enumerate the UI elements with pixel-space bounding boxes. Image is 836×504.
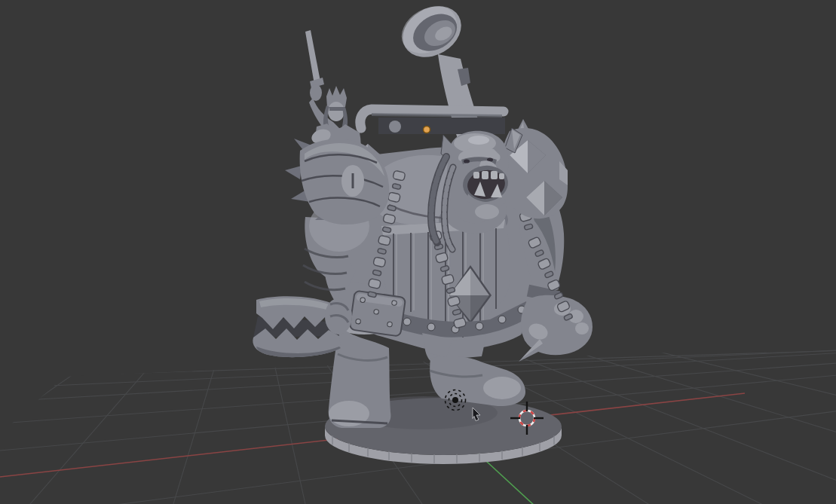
rider-eyeline: [329, 107, 345, 111]
object-origin-dot: [424, 127, 430, 133]
detail-shape: [476, 322, 483, 330]
detail-shape: [374, 309, 379, 314]
viewport-canvas[interactable]: [0, 0, 836, 504]
detail-shape: [403, 318, 411, 325]
chin: [475, 204, 499, 219]
blender-3d-viewport[interactable]: [0, 0, 836, 504]
fist-knuckle-3: [575, 322, 589, 334]
detail-shape: [356, 319, 361, 324]
trap: [253, 296, 352, 357]
detail-shape: [360, 298, 366, 303]
detail-shape: [499, 173, 504, 179]
pack-knob: [389, 121, 401, 133]
pack-rail-shade: [372, 115, 502, 116]
detail-shape: [498, 316, 506, 323]
scalp-specular: [468, 136, 489, 145]
detail-shape: [391, 300, 397, 305]
hip-plate: [350, 291, 406, 337]
detail-shape: [427, 323, 435, 331]
right-boot-toe: [483, 377, 521, 399]
detail-shape: [491, 171, 498, 179]
lamp-dot: [452, 397, 458, 403]
left-eye: [464, 159, 470, 163]
rider-face: [328, 102, 345, 121]
detail-shape: [482, 171, 488, 179]
detail-shape: [387, 322, 392, 327]
rider-fist: [310, 84, 322, 101]
detail-shape: [473, 172, 479, 179]
